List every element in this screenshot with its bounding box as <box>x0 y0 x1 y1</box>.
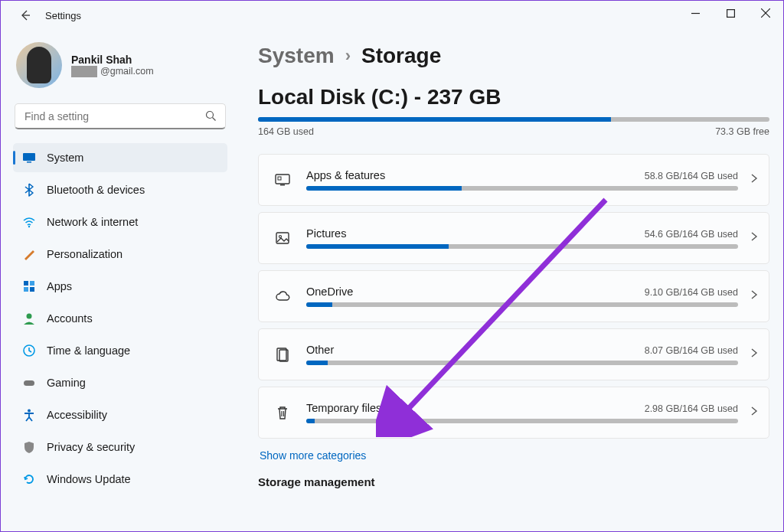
breadcrumb: System › Storage <box>258 44 769 68</box>
nav-item-label: System <box>47 152 83 164</box>
accessibility-icon <box>22 408 36 422</box>
main-content: System › Storage Local Disk (C:) - 237 G… <box>237 30 783 531</box>
svg-rect-11 <box>24 287 28 292</box>
show-more-link[interactable]: Show more categories <box>260 449 769 462</box>
nav-item-bluetooth-devices[interactable]: Bluetooth & devices <box>13 175 227 204</box>
avatar <box>16 42 62 88</box>
nav-item-label: Apps <box>47 280 72 292</box>
disk-free-label: 73.3 GB free <box>715 126 769 137</box>
profile-email: @gmail.com <box>71 66 154 77</box>
category-bar <box>306 302 738 307</box>
search-wrap <box>15 103 226 129</box>
disk-usage-fill <box>258 117 611 122</box>
maximize-button[interactable] <box>713 1 748 25</box>
person-icon <box>22 312 36 325</box>
category-fill <box>306 419 315 423</box>
svg-rect-9 <box>24 281 28 286</box>
category-body: Apps & features 58.8 GB/164 GB used <box>306 169 738 191</box>
svg-point-4 <box>207 112 214 119</box>
window-title: Settings <box>45 10 81 21</box>
titlebar: Settings <box>1 1 783 30</box>
disk-title: Local Disk (C:) - 237 GB <box>258 85 769 109</box>
nav-item-apps[interactable]: Apps <box>13 272 227 301</box>
chevron-right-icon <box>750 289 758 303</box>
breadcrumb-parent[interactable]: System <box>258 44 335 68</box>
nav-item-label: Gaming <box>47 377 86 389</box>
svg-rect-15 <box>24 380 34 386</box>
svg-point-13 <box>27 314 32 319</box>
category-used-label: 9.10 GB/164 GB used <box>645 287 738 298</box>
category-bar <box>306 244 738 249</box>
nav-item-privacy-security[interactable]: Privacy & security <box>13 432 227 462</box>
chevron-right-icon <box>750 231 758 245</box>
update-icon <box>22 472 36 486</box>
nav-item-label: Personalization <box>47 248 122 260</box>
nav-item-label: Privacy & security <box>47 441 135 453</box>
category-name: OneDrive <box>306 286 353 298</box>
nav-item-personalization[interactable]: Personalization <box>13 240 227 269</box>
close-button[interactable] <box>748 1 783 25</box>
breadcrumb-current: Storage <box>361 44 441 68</box>
svg-rect-6 <box>23 153 35 161</box>
category-body: Pictures 54.6 GB/164 GB used <box>306 227 738 249</box>
disk-usage-bar <box>258 117 769 122</box>
search-input[interactable] <box>15 103 226 129</box>
grid-icon <box>22 279 36 293</box>
svg-rect-12 <box>30 287 34 292</box>
profile-block[interactable]: Pankil Shah @gmail.com <box>13 38 227 99</box>
svg-point-21 <box>279 236 282 238</box>
category-body: Temporary files 2.98 GB/164 GB used <box>306 402 738 423</box>
chevron-right-icon: › <box>345 46 351 66</box>
cloud-icon <box>273 286 292 306</box>
pictures-icon <box>273 228 292 248</box>
nav-item-network-internet[interactable]: Network & internet <box>13 207 227 237</box>
category-fill <box>306 361 328 365</box>
category-other[interactable]: Other 8.07 GB/164 GB used <box>258 328 769 380</box>
svg-point-16 <box>28 410 31 413</box>
nav-item-accounts[interactable]: Accounts <box>13 304 227 333</box>
category-bar <box>306 186 738 191</box>
svg-line-5 <box>213 118 216 121</box>
chevron-right-icon <box>750 348 758 361</box>
category-name: Other <box>306 344 334 356</box>
nav-item-gaming[interactable]: Gaming <box>13 368 227 397</box>
nav-item-accessibility[interactable]: Accessibility <box>13 400 227 429</box>
svg-rect-10 <box>30 281 34 286</box>
minimize-button[interactable] <box>678 1 713 25</box>
disk-labels: 164 GB used 73.3 GB free <box>258 126 769 137</box>
category-used-label: 58.8 GB/164 GB used <box>645 171 738 181</box>
monitor-icon <box>22 151 36 165</box>
wifi-icon <box>22 215 36 229</box>
svg-rect-20 <box>276 233 289 243</box>
nav-list: SystemBluetooth & devicesNetwork & inter… <box>13 143 227 494</box>
category-onedrive[interactable]: OneDrive 9.10 GB/164 GB used <box>258 270 769 322</box>
email-redacted <box>71 66 97 77</box>
nav-item-time-language[interactable]: Time & language <box>13 336 227 365</box>
category-fill <box>306 302 332 307</box>
nav-item-label: Time & language <box>47 344 130 357</box>
svg-rect-19 <box>278 177 281 180</box>
clock-icon <box>22 344 36 357</box>
profile-name: Pankil Shah <box>71 54 154 66</box>
category-name: Pictures <box>306 227 346 240</box>
brush-icon <box>22 247 36 261</box>
nav-item-label: Network & internet <box>47 216 138 228</box>
category-bar <box>306 419 738 423</box>
apps-icon <box>273 170 292 190</box>
gamepad-icon <box>22 376 36 390</box>
chevron-right-icon <box>750 173 758 187</box>
window-controls <box>678 1 783 25</box>
trash-icon <box>273 403 292 423</box>
category-apps-features[interactable]: Apps & features 58.8 GB/164 GB used <box>258 154 769 206</box>
nav-item-system[interactable]: System <box>13 143 227 172</box>
category-pictures[interactable]: Pictures 54.6 GB/164 GB used <box>258 212 769 264</box>
category-used-label: 8.07 GB/164 GB used <box>645 345 738 356</box>
svg-rect-18 <box>280 184 285 185</box>
nav-item-windows-update[interactable]: Windows Update <box>13 465 227 494</box>
bluetooth-icon <box>22 183 36 197</box>
category-temporary-files[interactable]: Temporary files 2.98 GB/164 GB used <box>258 387 769 439</box>
sidebar: Pankil Shah @gmail.com SystemBluetooth &… <box>1 30 237 531</box>
email-suffix: @gmail.com <box>100 66 154 77</box>
back-button[interactable] <box>15 5 36 26</box>
chevron-right-icon <box>750 406 758 419</box>
